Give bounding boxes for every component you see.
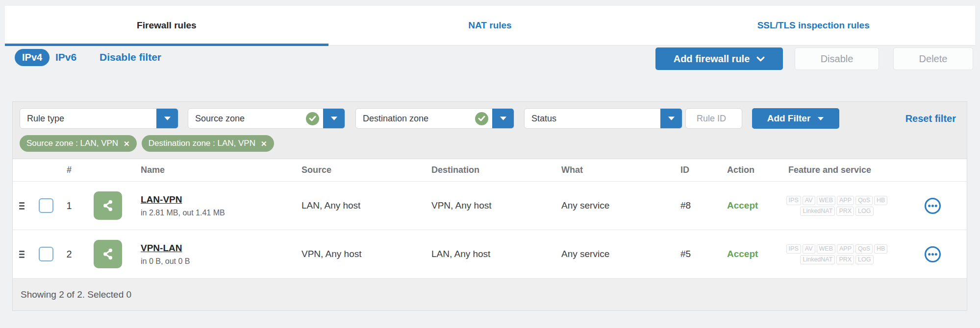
rule-name-link[interactable]: LAN-VPN xyxy=(141,194,182,205)
reset-filter-link[interactable]: Reset filter xyxy=(905,113,960,124)
source-zone-dropdown-label: Source zone xyxy=(188,114,306,124)
badge-prx: PRX xyxy=(836,207,854,216)
chevron-down-icon xyxy=(817,117,824,121)
tab-label: SSL/TLS inspection rules xyxy=(757,20,870,31)
cell-destination: LAN, Any host xyxy=(431,249,490,259)
destination-zone-dropdown[interactable]: Destination zone xyxy=(355,108,514,129)
header-name: Name xyxy=(133,165,298,175)
badge-qos: QoS xyxy=(855,244,873,254)
header-what: What xyxy=(557,165,678,175)
cell-destination: VPN, Any host xyxy=(431,200,492,211)
badge-log: LOG xyxy=(855,255,873,264)
badge-web: WEB xyxy=(817,196,835,205)
header-num: # xyxy=(57,165,81,175)
table-header-row: # Name Source Destination What ID Action… xyxy=(13,159,967,182)
status-dropdown-label: Status xyxy=(525,114,660,124)
footer-summary: Showing 2 of 2. Selected 0 xyxy=(21,289,131,300)
badge-web: WEB xyxy=(817,244,835,254)
cell-rule-id: #8 xyxy=(680,200,691,211)
rule-traffic: in 0 B, out 0 B xyxy=(141,257,298,266)
firewall-rules-page: Firewall rules NAT rules SSL/TLS inspect… xyxy=(0,0,980,328)
row-menu-button[interactable] xyxy=(924,197,941,214)
chevron-down-icon xyxy=(500,116,507,121)
add-filter-label: Add Filter xyxy=(767,113,811,124)
rule-type-dropdown[interactable]: Rule type xyxy=(20,108,178,129)
badge-linkednat: LinkedNAT xyxy=(800,255,835,264)
badge-av: AV xyxy=(803,196,815,205)
ipv4-toggle[interactable]: IPv4 xyxy=(15,49,50,66)
filter-row: Rule type Source zone xyxy=(20,108,960,129)
source-zone-dropdown-button[interactable] xyxy=(323,109,345,128)
rule-name-link[interactable]: VPN-LAN xyxy=(141,243,182,254)
badge-hb: HB xyxy=(874,196,887,205)
badge-app: APP xyxy=(837,244,854,254)
badge-log: LOG xyxy=(855,207,873,216)
tab-bar: Firewall rules NAT rules SSL/TLS inspect… xyxy=(5,6,975,46)
filter-chip-label: Destination zone : LAN, VPN xyxy=(149,139,255,148)
share-rule-icon xyxy=(94,191,122,220)
row-checkbox[interactable] xyxy=(39,198,53,213)
close-icon[interactable]: ✕ xyxy=(124,140,130,147)
badge-hb: HB xyxy=(874,244,887,254)
add-firewall-rule-button[interactable]: Add firewall rule xyxy=(655,47,783,70)
row-menu-button[interactable] xyxy=(924,245,941,263)
disable-filter-link[interactable]: Disable filter xyxy=(100,51,161,63)
table-row: 1 LAN-VPN in 2.81 MB, out 1.41 MB LAN, A… xyxy=(13,182,967,230)
header-destination: Destination xyxy=(427,165,557,175)
tab-firewall-rules[interactable]: Firewall rules xyxy=(5,6,328,45)
rules-panel: Rule type Source zone xyxy=(12,101,967,311)
header-features: Feature and service xyxy=(776,165,898,175)
rule-type-dropdown-button[interactable] xyxy=(156,109,178,128)
row-checkbox[interactable] xyxy=(39,247,53,261)
drag-handle[interactable] xyxy=(19,202,25,210)
close-icon[interactable]: ✕ xyxy=(261,140,267,147)
cell-action: Accept xyxy=(727,249,758,259)
ellipsis-icon xyxy=(924,246,941,263)
row-number: 2 xyxy=(66,249,72,259)
status-dropdown[interactable]: Status xyxy=(524,108,682,129)
tab-label: Firewall rules xyxy=(137,20,196,31)
chevron-down-icon xyxy=(164,116,171,121)
cell-rule-id: #5 xyxy=(680,249,691,259)
badge-ips: IPS xyxy=(786,244,801,254)
delete-button[interactable]: Delete xyxy=(893,47,973,70)
filter-chip-destination-zone[interactable]: Destination zone : LAN, VPN ✕ xyxy=(142,135,274,152)
filter-section: Rule type Source zone xyxy=(13,102,967,159)
filter-chip-source-zone[interactable]: Source zone : LAN, VPN ✕ xyxy=(20,135,137,152)
header-action: Action xyxy=(724,165,776,175)
feature-badges: IPS AV WEB APP QoS HB LinkedNAT PRX LOG xyxy=(776,244,898,264)
rule-type-dropdown-label: Rule type xyxy=(20,114,156,124)
tab-label: NAT rules xyxy=(468,20,511,31)
add-filter-button[interactable]: Add Filter xyxy=(752,108,839,129)
badge-qos: QoS xyxy=(855,196,873,205)
filter-active-check-icon xyxy=(306,112,319,125)
cell-source: VPN, Any host xyxy=(302,249,362,259)
header-id: ID xyxy=(678,165,724,175)
drag-handle[interactable] xyxy=(19,251,25,258)
tab-ssl-tls-inspection-rules[interactable]: SSL/TLS inspection rules xyxy=(652,6,975,45)
disable-button[interactable]: Disable xyxy=(795,47,879,70)
chevron-down-icon xyxy=(756,56,765,62)
header-source: Source xyxy=(298,165,427,175)
feature-badges: IPS AV WEB APP QoS HB LinkedNAT PRX LOG xyxy=(776,196,898,216)
badge-app: APP xyxy=(837,196,854,205)
table-footer: Showing 2 of 2. Selected 0 xyxy=(13,279,967,310)
rule-traffic: in 2.81 MB, out 1.41 MB xyxy=(141,209,298,217)
badge-prx: PRX xyxy=(836,255,854,264)
chevron-down-icon xyxy=(668,116,675,121)
tab-nat-rules[interactable]: NAT rules xyxy=(328,6,652,45)
destination-zone-dropdown-button[interactable] xyxy=(492,109,514,128)
cell-what: Any service xyxy=(561,200,609,211)
cell-source: LAN, Any host xyxy=(302,200,360,211)
row-number: 1 xyxy=(66,200,72,211)
badge-av: AV xyxy=(803,244,815,254)
source-zone-dropdown[interactable]: Source zone xyxy=(188,108,345,129)
badge-ips: IPS xyxy=(786,196,801,205)
ipv6-toggle[interactable]: IPv6 xyxy=(55,51,76,63)
table-row: 2 VPN-LAN in 0 B, out 0 B VPN, Any host xyxy=(13,230,967,279)
add-firewall-rule-label: Add firewall rule xyxy=(674,53,750,65)
cell-what: Any service xyxy=(561,249,609,259)
rule-id-input[interactable] xyxy=(685,108,742,129)
chevron-down-icon xyxy=(330,116,338,121)
status-dropdown-button[interactable] xyxy=(660,109,682,128)
